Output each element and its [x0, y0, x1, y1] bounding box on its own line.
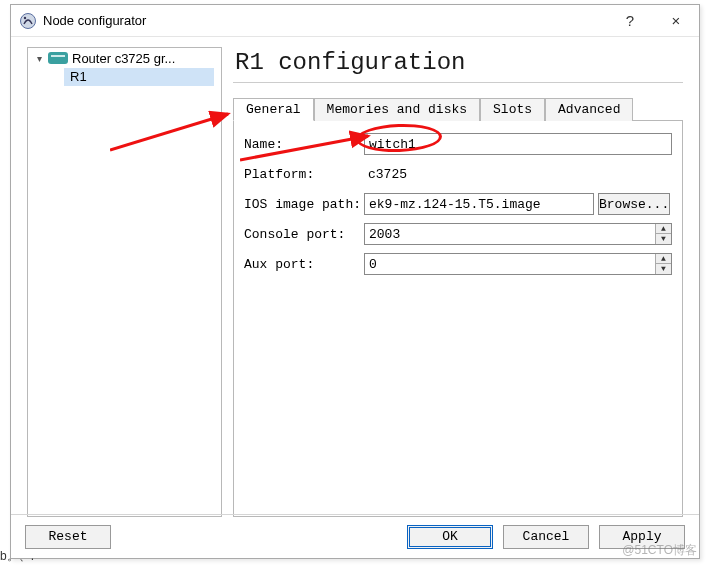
tab-strip: General Memories and disks Slots Advance…	[233, 97, 683, 121]
node-configurator-dialog: Node configurator ? × ▾ Router c3725 gr.…	[10, 4, 700, 559]
aux-label: Aux port:	[244, 257, 364, 272]
aux-port-value: 0	[365, 257, 655, 272]
section-header: R1 configuration	[233, 47, 683, 83]
tab-advanced[interactable]: Advanced	[545, 98, 633, 121]
ios-label: IOS image path:	[244, 197, 364, 212]
svg-point-1	[24, 16, 26, 18]
ok-button[interactable]: OK	[407, 525, 493, 549]
close-button[interactable]: ×	[653, 5, 699, 37]
help-button[interactable]: ?	[607, 5, 653, 37]
tree-group-row[interactable]: ▾ Router c3725 gr...	[28, 48, 221, 68]
reset-button[interactable]: Reset	[25, 525, 111, 549]
window-title: Node configurator	[43, 13, 146, 28]
browse-button[interactable]: Browse...	[598, 193, 670, 215]
router-icon	[48, 52, 68, 64]
cancel-button[interactable]: Cancel	[503, 525, 589, 549]
general-form: Name: Platform: c3725 IOS image path: Br…	[233, 121, 683, 517]
tab-slots[interactable]: Slots	[480, 98, 545, 121]
tree-group-label: Router c3725 gr...	[72, 51, 221, 66]
name-label: Name:	[244, 137, 364, 152]
node-tree[interactable]: ▾ Router c3725 gr... R1	[27, 47, 222, 517]
name-input[interactable]	[364, 133, 672, 155]
spin-down-icon[interactable]: ▼	[656, 264, 671, 274]
caret-down-icon[interactable]: ▾	[32, 53, 46, 64]
tab-memories[interactable]: Memories and disks	[314, 98, 480, 121]
app-icon	[19, 12, 37, 30]
spin-up-icon[interactable]: ▲	[656, 224, 671, 234]
spin-down-icon[interactable]: ▼	[656, 234, 671, 244]
titlebar[interactable]: Node configurator ? ×	[11, 5, 699, 37]
watermark-text: @51CTO博客	[622, 542, 697, 559]
tab-general[interactable]: General	[233, 98, 314, 121]
spin-up-icon[interactable]: ▲	[656, 254, 671, 264]
edge-fragment: b。、.	[0, 548, 34, 565]
dialog-button-bar: Reset OK Cancel Apply	[11, 514, 699, 558]
platform-label: Platform:	[244, 167, 364, 182]
svg-point-0	[21, 13, 36, 28]
console-label: Console port:	[244, 227, 364, 242]
aux-port-spinner[interactable]: 0 ▲ ▼	[364, 253, 672, 275]
console-port-spinner[interactable]: 2003 ▲ ▼	[364, 223, 672, 245]
console-port-value: 2003	[365, 227, 655, 242]
config-panel: R1 configuration General Memories and di…	[233, 47, 683, 517]
dialog-body: ▾ Router c3725 gr... R1 R1 configuration…	[27, 47, 683, 510]
tree-item-r1[interactable]: R1	[64, 68, 214, 86]
platform-value: c3725	[364, 167, 672, 182]
ios-path-input[interactable]	[364, 193, 594, 215]
